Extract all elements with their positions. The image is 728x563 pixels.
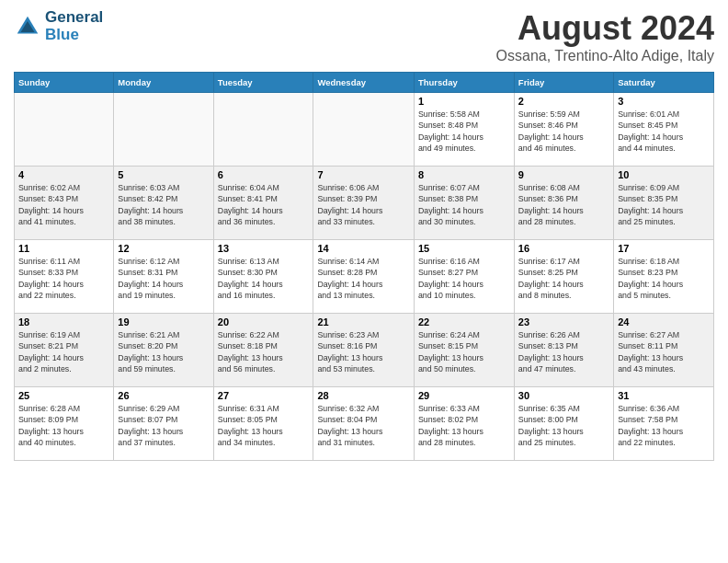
- day-cell: 13Sunrise: 6:13 AM Sunset: 8:30 PM Dayli…: [213, 240, 313, 314]
- weekday-monday: Monday: [114, 73, 213, 93]
- day-info: Sunrise: 6:18 AM Sunset: 8:23 PM Dayligh…: [618, 256, 710, 301]
- day-number: 22: [418, 316, 510, 327]
- logo: General Blue: [14, 9, 103, 43]
- day-number: 18: [18, 316, 109, 327]
- day-number: 10: [618, 169, 710, 180]
- day-cell: 26Sunrise: 6:29 AM Sunset: 8:07 PM Dayli…: [114, 387, 213, 461]
- day-number: 6: [218, 169, 310, 180]
- day-info: Sunrise: 6:12 AM Sunset: 8:31 PM Dayligh…: [118, 256, 209, 301]
- weekday-sunday: Sunday: [15, 73, 114, 93]
- day-cell: 15Sunrise: 6:16 AM Sunset: 8:27 PM Dayli…: [414, 240, 514, 314]
- day-number: 3: [618, 96, 710, 107]
- day-info: Sunrise: 6:09 AM Sunset: 8:35 PM Dayligh…: [618, 182, 710, 227]
- day-cell: 27Sunrise: 6:31 AM Sunset: 8:05 PM Dayli…: [213, 387, 313, 461]
- day-info: Sunrise: 6:29 AM Sunset: 8:07 PM Dayligh…: [118, 403, 209, 448]
- day-number: 2: [518, 96, 609, 107]
- day-cell: 3Sunrise: 6:01 AM Sunset: 8:45 PM Daylig…: [614, 93, 714, 167]
- day-info: Sunrise: 6:16 AM Sunset: 8:27 PM Dayligh…: [418, 256, 510, 301]
- day-number: 16: [518, 243, 609, 254]
- day-number: 11: [18, 243, 109, 254]
- page: General Blue August 2024 Ossana, Trentin…: [0, 0, 728, 563]
- day-cell: 1Sunrise: 5:58 AM Sunset: 8:48 PM Daylig…: [414, 93, 514, 167]
- day-number: 8: [418, 169, 510, 180]
- weekday-header: SundayMondayTuesdayWednesdayThursdayFrid…: [15, 73, 714, 93]
- title-section: August 2024 Ossana, Trentino-Alto Adige,…: [496, 9, 714, 64]
- day-info: Sunrise: 6:31 AM Sunset: 8:05 PM Dayligh…: [218, 403, 310, 448]
- day-number: 4: [18, 169, 109, 180]
- day-cell: 14Sunrise: 6:14 AM Sunset: 8:28 PM Dayli…: [313, 240, 415, 314]
- day-number: 19: [118, 316, 209, 327]
- weekday-tuesday: Tuesday: [213, 73, 313, 93]
- day-cell: 22Sunrise: 6:24 AM Sunset: 8:15 PM Dayli…: [414, 314, 514, 387]
- day-info: Sunrise: 6:26 AM Sunset: 8:13 PM Dayligh…: [518, 329, 609, 374]
- calendar: SundayMondayTuesdayWednesdayThursdayFrid…: [14, 72, 714, 461]
- day-number: 1: [418, 96, 510, 107]
- logo-text: General Blue: [45, 9, 103, 43]
- day-cell: 12Sunrise: 6:12 AM Sunset: 8:31 PM Dayli…: [114, 240, 213, 314]
- day-number: 28: [317, 390, 410, 401]
- day-cell: 19Sunrise: 6:21 AM Sunset: 8:20 PM Dayli…: [114, 314, 213, 387]
- day-number: 30: [518, 390, 609, 401]
- day-cell: 2Sunrise: 5:59 AM Sunset: 8:46 PM Daylig…: [514, 93, 613, 167]
- day-cell: [15, 93, 114, 167]
- weekday-friday: Friday: [514, 73, 613, 93]
- day-info: Sunrise: 6:23 AM Sunset: 8:16 PM Dayligh…: [317, 329, 410, 374]
- day-info: Sunrise: 6:35 AM Sunset: 8:00 PM Dayligh…: [518, 403, 609, 448]
- day-number: 14: [317, 243, 410, 254]
- day-cell: 29Sunrise: 6:33 AM Sunset: 8:02 PM Dayli…: [414, 387, 514, 461]
- day-info: Sunrise: 6:27 AM Sunset: 8:11 PM Dayligh…: [618, 329, 710, 374]
- week-row-0: 1Sunrise: 5:58 AM Sunset: 8:48 PM Daylig…: [15, 93, 714, 167]
- day-cell: 23Sunrise: 6:26 AM Sunset: 8:13 PM Dayli…: [514, 314, 613, 387]
- day-number: 21: [317, 316, 410, 327]
- day-cell: 6Sunrise: 6:04 AM Sunset: 8:41 PM Daylig…: [213, 167, 313, 240]
- day-number: 9: [518, 169, 609, 180]
- day-number: 17: [618, 243, 710, 254]
- day-cell: 16Sunrise: 6:17 AM Sunset: 8:25 PM Dayli…: [514, 240, 613, 314]
- day-cell: 7Sunrise: 6:06 AM Sunset: 8:39 PM Daylig…: [313, 167, 415, 240]
- weekday-saturday: Saturday: [614, 73, 714, 93]
- day-cell: 17Sunrise: 6:18 AM Sunset: 8:23 PM Dayli…: [614, 240, 714, 314]
- day-cell: [114, 93, 213, 167]
- day-number: 29: [418, 390, 510, 401]
- day-info: Sunrise: 6:17 AM Sunset: 8:25 PM Dayligh…: [518, 256, 609, 301]
- day-number: 24: [618, 316, 710, 327]
- day-number: 5: [118, 169, 209, 180]
- week-row-4: 25Sunrise: 6:28 AM Sunset: 8:09 PM Dayli…: [15, 387, 714, 461]
- header: General Blue August 2024 Ossana, Trentin…: [14, 9, 714, 64]
- day-number: 13: [218, 243, 310, 254]
- day-number: 20: [218, 316, 310, 327]
- day-info: Sunrise: 6:13 AM Sunset: 8:30 PM Dayligh…: [218, 256, 310, 301]
- week-row-1: 4Sunrise: 6:02 AM Sunset: 8:43 PM Daylig…: [15, 167, 714, 240]
- day-info: Sunrise: 6:11 AM Sunset: 8:33 PM Dayligh…: [18, 256, 109, 301]
- main-title: August 2024: [496, 9, 714, 48]
- day-number: 12: [118, 243, 209, 254]
- day-info: Sunrise: 6:08 AM Sunset: 8:36 PM Dayligh…: [518, 182, 609, 227]
- day-number: 23: [518, 316, 609, 327]
- day-cell: 20Sunrise: 6:22 AM Sunset: 8:18 PM Dayli…: [213, 314, 313, 387]
- day-number: 27: [218, 390, 310, 401]
- day-cell: 21Sunrise: 6:23 AM Sunset: 8:16 PM Dayli…: [313, 314, 415, 387]
- logo-icon: [14, 13, 41, 40]
- week-row-2: 11Sunrise: 6:11 AM Sunset: 8:33 PM Dayli…: [15, 240, 714, 314]
- day-number: 15: [418, 243, 510, 254]
- day-number: 31: [618, 390, 710, 401]
- day-cell: 18Sunrise: 6:19 AM Sunset: 8:21 PM Dayli…: [15, 314, 114, 387]
- day-cell: [213, 93, 313, 167]
- day-cell: 31Sunrise: 6:36 AM Sunset: 7:58 PM Dayli…: [614, 387, 714, 461]
- day-number: 25: [18, 390, 109, 401]
- day-info: Sunrise: 6:07 AM Sunset: 8:38 PM Dayligh…: [418, 182, 510, 227]
- day-info: Sunrise: 6:22 AM Sunset: 8:18 PM Dayligh…: [218, 329, 310, 374]
- day-info: Sunrise: 6:28 AM Sunset: 8:09 PM Dayligh…: [18, 403, 109, 448]
- day-cell: 4Sunrise: 6:02 AM Sunset: 8:43 PM Daylig…: [15, 167, 114, 240]
- day-info: Sunrise: 6:01 AM Sunset: 8:45 PM Dayligh…: [618, 109, 710, 154]
- day-info: Sunrise: 6:33 AM Sunset: 8:02 PM Dayligh…: [418, 403, 510, 448]
- day-cell: 9Sunrise: 6:08 AM Sunset: 8:36 PM Daylig…: [514, 167, 613, 240]
- day-info: Sunrise: 6:24 AM Sunset: 8:15 PM Dayligh…: [418, 329, 510, 374]
- day-cell: 11Sunrise: 6:11 AM Sunset: 8:33 PM Dayli…: [15, 240, 114, 314]
- day-info: Sunrise: 6:21 AM Sunset: 8:20 PM Dayligh…: [118, 329, 209, 374]
- day-cell: 10Sunrise: 6:09 AM Sunset: 8:35 PM Dayli…: [614, 167, 714, 240]
- day-number: 7: [317, 169, 410, 180]
- day-cell: 8Sunrise: 6:07 AM Sunset: 8:38 PM Daylig…: [414, 167, 514, 240]
- day-cell: 5Sunrise: 6:03 AM Sunset: 8:42 PM Daylig…: [114, 167, 213, 240]
- week-row-3: 18Sunrise: 6:19 AM Sunset: 8:21 PM Dayli…: [15, 314, 714, 387]
